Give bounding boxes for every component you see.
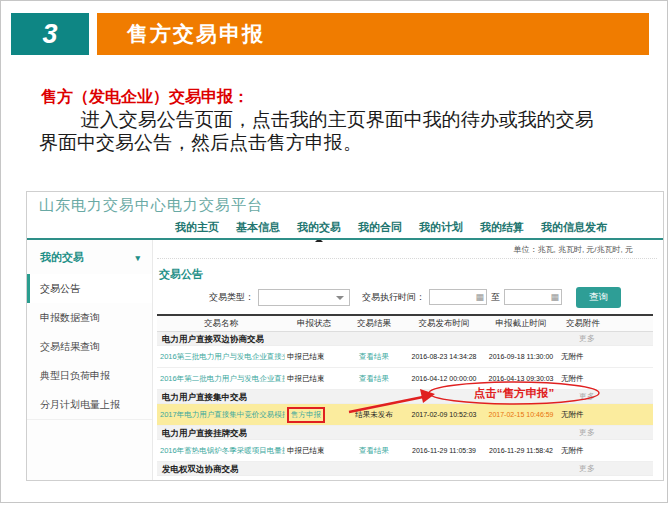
group-header-generation-rights: 发电权双边协商交易 更多 bbox=[157, 462, 653, 476]
view-result-link[interactable]: 查看结果 bbox=[343, 374, 405, 384]
table-row-highlighted: 2017年电力用户直接集中竞价交易模拟测试 售方申报 结果未发布 2017-02… bbox=[157, 404, 653, 426]
slide-title: 售方交易申报 bbox=[127, 20, 265, 48]
col-attachment: 交易附件 bbox=[559, 318, 607, 330]
exec-time-from-input[interactable]: ▦ bbox=[429, 289, 487, 305]
top-nav: 我的主页 基本信息 我的交易 我的合同 我的计划 我的结算 我的信息发布 bbox=[175, 220, 607, 235]
declare-status: 申报已结束 bbox=[285, 352, 343, 362]
nav-item-my-home[interactable]: 我的主页 bbox=[175, 220, 219, 235]
more-link[interactable]: 更多 bbox=[579, 462, 595, 476]
view-result-link[interactable]: 查看结果 bbox=[343, 352, 405, 362]
sidebar-item-typical-day-load[interactable]: 典型日负荷申报 bbox=[27, 361, 152, 390]
publish-time: 2016-08-23 14:34:28 bbox=[405, 353, 483, 360]
filter-bar: 交易类型： 交易执行时间： ▦ 至 ▦ 查询 bbox=[209, 288, 657, 306]
col-trade-name: 交易名称 bbox=[157, 318, 285, 330]
caret-down-icon: ▾ bbox=[135, 253, 140, 263]
query-button[interactable]: 查询 bbox=[576, 287, 621, 308]
nav-item-my-info-publish[interactable]: 我的信息发布 bbox=[541, 220, 607, 235]
seller-declare-link-highlight-box[interactable]: 售方申报 bbox=[287, 407, 325, 423]
attachment-cell: 无附件 bbox=[559, 446, 607, 456]
instruction-text: 进入交易公告页面，点击我的主页界面中我的待办或我的交易 界面中交易公告，然后点击… bbox=[39, 108, 639, 154]
section-title: 交易公告 bbox=[159, 267, 657, 282]
table-row: 2016第三批电力用户与发电企业直接交易 申报已结束 查看结果 2016-08-… bbox=[157, 346, 653, 368]
sidebar-header-my-trades[interactable]: 我的交易 ▾ bbox=[27, 240, 152, 274]
sidebar-item-monthly-plan-upload[interactable]: 分月计划电量上报 bbox=[27, 390, 152, 419]
group-header-listing-direct: 电力用户直接挂牌交易 更多 bbox=[157, 426, 653, 440]
more-link[interactable]: 更多 bbox=[579, 390, 595, 404]
slide-number-badge: 3 bbox=[11, 13, 89, 55]
sidebar-header-label: 我的交易 bbox=[40, 250, 84, 265]
group-title: 电力用户直接双边协商交易 bbox=[162, 334, 264, 344]
more-link[interactable]: 更多 bbox=[579, 332, 595, 346]
sidebar-item-trade-result-query[interactable]: 交易结果查询 bbox=[27, 332, 152, 361]
group-title: 电力用户直接集中交易 bbox=[162, 392, 247, 402]
table-row: 2016年蓄热电锅炉冬季采暖项目电量挂牌交 申报已结束 查看结果 2016-11… bbox=[157, 440, 653, 462]
sidebar: 我的交易 ▾ 交易公告 申报数据查询 交易结果查询 典型日负荷申报 分月计划电量… bbox=[27, 240, 153, 480]
to-label: 至 bbox=[491, 291, 500, 304]
trade-type-select[interactable] bbox=[258, 289, 350, 306]
slide: 3 售方交易申报 售方（发电企业）交易申报： 进入交易公告页面，点击我的主页界面… bbox=[0, 0, 668, 503]
trade-name-link[interactable]: 2017年电力用户直接集中竞价交易模拟测试 bbox=[157, 410, 285, 420]
group-title: 发电权双边协商交易 bbox=[162, 464, 239, 474]
trade-name-link[interactable]: 2016第三批电力用户与发电企业直接交易 bbox=[157, 352, 285, 362]
exec-time-to-input[interactable]: ▦ bbox=[504, 289, 562, 305]
calendar-icon: ▦ bbox=[475, 293, 484, 302]
attachment-cell: 无附件 bbox=[559, 374, 607, 384]
col-trade-result: 交易结果 bbox=[343, 318, 405, 330]
embedded-app-screenshot: 山东电力交易中心电力交易平台 我的主页 基本信息 我的交易 我的合同 我的计划 … bbox=[26, 191, 664, 481]
deadline-time: 2017-02-15 10:46:59 bbox=[483, 411, 559, 418]
main-panel: 单位：兆瓦, 兆瓦时, 元/兆瓦时, 元 交易公告 交易类型： 交易执行时间： … bbox=[153, 240, 663, 480]
slide-title-bar: 售方交易申报 bbox=[97, 13, 649, 55]
view-result-link[interactable]: 查看结果 bbox=[343, 446, 405, 456]
deadline-time: 2016-04-13 09:30:03 bbox=[483, 375, 559, 382]
exec-time-label: 交易执行时间： bbox=[362, 291, 425, 304]
nav-item-basic-info[interactable]: 基本信息 bbox=[236, 220, 280, 235]
units-note: 单位：兆瓦, 兆瓦时, 元/兆瓦时, 元 bbox=[157, 240, 657, 259]
calendar-icon: ▦ bbox=[550, 293, 559, 302]
declare-status: 申报已结束 bbox=[285, 374, 343, 384]
trade-name-link[interactable]: 2016年第二批电力用户与发电企业直接交易 bbox=[157, 374, 285, 384]
publish-time: 2016-04-12 00:00:00 bbox=[405, 375, 483, 382]
nav-item-my-trades-label: 我的交易 bbox=[297, 221, 341, 233]
more-link[interactable]: 更多 bbox=[579, 426, 595, 440]
group-header-centralized-direct: 电力用户直接集中交易 更多 bbox=[157, 390, 653, 404]
col-deadline: 申报截止时间 bbox=[483, 318, 559, 330]
instruction-line-2: 界面中交易公告，然后点击售方申报。 bbox=[39, 131, 639, 154]
announcement-table: 交易名称 申报状态 交易结果 交易发布时间 申报截止时间 交易附件 电力用户直接… bbox=[157, 314, 653, 476]
instruction-line-1: 进入交易公告页面，点击我的主页界面中我的待办或我的交易 bbox=[39, 108, 639, 131]
nav-item-my-trades[interactable]: 我的交易 bbox=[297, 220, 341, 235]
result-status: 结果未发布 bbox=[343, 410, 405, 420]
declare-status: 申报已结束 bbox=[285, 446, 343, 456]
trade-type-label: 交易类型： bbox=[209, 291, 254, 304]
attachment-cell: 无附件 bbox=[559, 410, 607, 420]
sidebar-item-declared-data-query[interactable]: 申报数据查询 bbox=[27, 303, 152, 332]
table-row: 2016年第二批电力用户与发电企业直接交易 申报已结束 查看结果 2016-04… bbox=[157, 368, 653, 390]
table-header-row: 交易名称 申报状态 交易结果 交易发布时间 申报截止时间 交易附件 bbox=[157, 314, 653, 332]
platform-title: 山东电力交易中心电力交易平台 bbox=[39, 196, 263, 215]
col-publish-time: 交易发布时间 bbox=[405, 318, 483, 330]
nav-item-my-settlement[interactable]: 我的结算 bbox=[480, 220, 524, 235]
col-declare-status: 申报状态 bbox=[285, 318, 343, 330]
nav-item-my-contracts[interactable]: 我的合同 bbox=[358, 220, 402, 235]
chevron-down-icon bbox=[336, 296, 344, 304]
nav-item-my-plans[interactable]: 我的计划 bbox=[419, 220, 463, 235]
publish-time: 2017-02-09 10:52:03 bbox=[405, 411, 483, 418]
instruction-heading: 售方（发电企业）交易申报： bbox=[41, 87, 249, 108]
trade-name-link[interactable]: 2016年蓄热电锅炉冬季采暖项目电量挂牌交 bbox=[157, 446, 285, 456]
slide-number: 3 bbox=[42, 19, 57, 50]
deadline-time: 2016-09-18 11:30:00 bbox=[483, 353, 559, 360]
attachment-cell: 无附件 bbox=[559, 352, 607, 362]
group-header-bilateral-direct: 电力用户直接双边协商交易 更多 bbox=[157, 332, 653, 346]
sidebar-item-trade-announcement[interactable]: 交易公告 bbox=[27, 274, 152, 303]
publish-time: 2016-11-29 11:05:39 bbox=[405, 447, 483, 454]
group-title: 电力用户直接挂牌交易 bbox=[162, 428, 247, 438]
deadline-time: 2016-11-29 11:58:42 bbox=[483, 447, 559, 454]
